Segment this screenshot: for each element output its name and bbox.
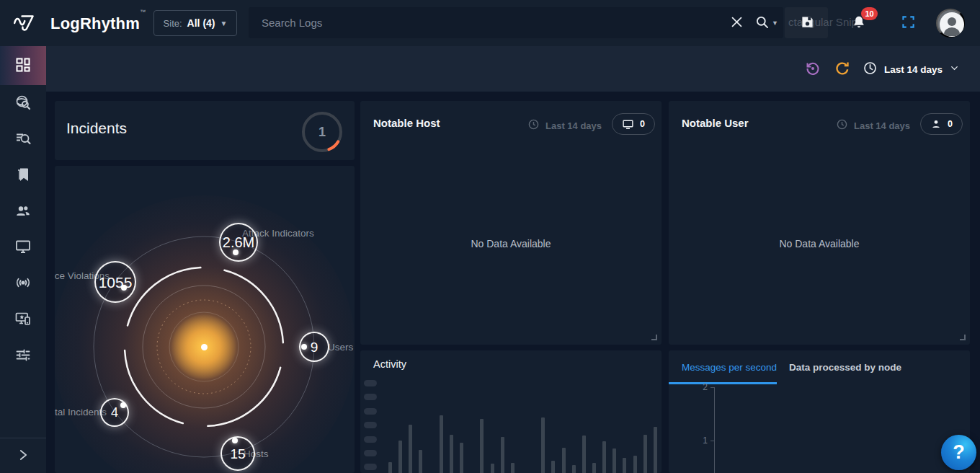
cases-icon [14,166,32,185]
top-bar: LogRhythm™ Site: All (4) ▼ ▼ ctan [0,0,980,46]
log-search-icon [14,130,32,149]
users-icon [14,202,32,221]
site-selector-value: All (4) [187,17,215,29]
activity-bar [643,435,647,473]
activity-bar [388,462,392,473]
logo[interactable]: LogRhythm™ [13,11,146,37]
active-tab-underline [669,382,777,384]
clock-icon [863,61,878,78]
activity-bar [633,456,637,473]
notable-host-title: Notable Host [373,117,440,129]
chevron-down-icon: ▼ [772,19,778,27]
orbit-bubble-hosts[interactable]: 15 [220,436,255,471]
dashboard-icon [14,56,32,76]
y-tick [710,387,715,388]
site-selector[interactable]: Site: All (4) ▼ [153,10,237,36]
activity-bar [654,427,657,473]
site-selector-label: Site: [164,18,182,29]
notable-host-count: 0 [640,119,645,129]
activity-bar [592,463,596,473]
activity-bar [562,448,566,473]
activity-bar [582,436,586,473]
activity-bar [541,417,545,473]
history-icon [804,60,821,79]
chart-y-axis [714,387,715,473]
activity-bar [440,415,443,473]
search-input[interactable] [249,7,783,38]
dashboard-toolbar: Last 14 days [46,46,980,92]
person-icon [930,118,942,130]
sidebar-item-dashboard[interactable] [0,46,46,85]
deployment-monitor-icon [14,310,32,330]
fullscreen-button[interactable] [898,13,918,33]
fullscreen-icon [901,15,915,31]
activity-bar [419,450,422,473]
activity-bar [572,465,576,473]
sidebar-item-threat-analyze[interactable] [0,85,46,121]
help-button[interactable]: ? [941,435,976,470]
activity-bar [551,461,555,473]
history-restore-button[interactable] [802,58,824,80]
sidebar-item-log-search[interactable] [0,121,46,157]
incidents-gauge-value: 1 [300,110,344,154]
orbit-label: Total Incidents [55,407,107,417]
host-monitor-icon [14,238,32,257]
sidebar-item-cases[interactable] [0,157,46,193]
incidents-title: Incidents [66,120,127,137]
notable-host-empty-text: No Data Available [360,238,662,249]
sidebar-item-settings[interactable] [0,337,46,373]
orbit-anchor-dot [120,402,126,408]
tab-data-processed-by-node[interactable]: Data processed by node [789,362,901,373]
resize-handle[interactable] [960,335,966,340]
chevron-right-icon [15,447,31,465]
activity-bar [602,441,606,473]
sidebar-expand-button[interactable] [0,438,46,473]
notable-user-count: 0 [948,119,953,129]
incidents-orbit-card: Attack Indicators2.6MCompliance Violatio… [55,166,355,473]
orbit-anchor-dot [301,344,307,350]
save-search-button[interactable] [797,13,817,33]
sidebar-item-broadcast[interactable] [0,265,46,301]
user-avatar[interactable] [936,9,965,37]
clear-search-button[interactable] [726,13,747,33]
tab-messages-per-second[interactable]: Messages per second [682,362,777,373]
resize-handle[interactable] [651,335,657,340]
broadcast-icon [14,274,32,293]
time-range-text: Last 14 days [854,120,910,131]
time-range-selector[interactable]: Last 14 days [863,58,960,81]
clock-icon [527,118,540,133]
sidebar-item-host-monitor[interactable] [0,229,46,265]
globe-search-icon [14,94,32,113]
search-options-dropdown[interactable]: ▼ [752,13,781,33]
orbit-bubbles: Attack Indicators2.6MCompliance Violatio… [55,166,355,473]
refresh-button[interactable] [832,58,853,80]
trademark: ™ [140,9,146,15]
notable-user-count-pill[interactable]: 0 [920,113,963,135]
activity-bar [511,463,514,473]
notable-user-card: Notable User Last 14 days 0 No Data Avai… [669,101,970,345]
sidebar-nav [0,46,46,473]
sidebar-item-people[interactable] [0,193,46,229]
orbit-bubble-compliance-violations[interactable]: 1055 [94,261,136,303]
orbit-visualization: Attack Indicators2.6MCompliance Violatio… [55,166,355,473]
incidents-gauge: 1 [300,110,344,154]
activity-bar [491,464,494,473]
activity-bar [501,437,504,473]
notable-host-time-range: Last 14 days [527,118,602,133]
notable-user-time-range: Last 14 days [836,118,910,133]
y-tick [710,441,715,441]
orbit-anchor-dot [233,249,239,255]
notable-host-count-pill[interactable]: 0 [612,113,655,135]
question-mark-icon: ? [953,441,965,464]
activity-bar [623,458,626,473]
logrhythm-dashboard: LogRhythm™ Site: All (4) ▼ ▼ ctan [0,0,980,473]
orbit-anchor-dot [121,285,127,291]
chevron-down-icon: ▼ [220,19,228,27]
throughput-card: Messages per second Data processed by no… [669,350,970,473]
orbit-label: Users [328,342,353,353]
activity-bar [460,443,463,473]
activity-bars [360,350,662,473]
orbit-bubble-attack-indicators[interactable]: 2.6M [219,223,258,262]
refresh-icon [834,60,851,79]
sidebar-item-deployment[interactable] [0,301,46,337]
